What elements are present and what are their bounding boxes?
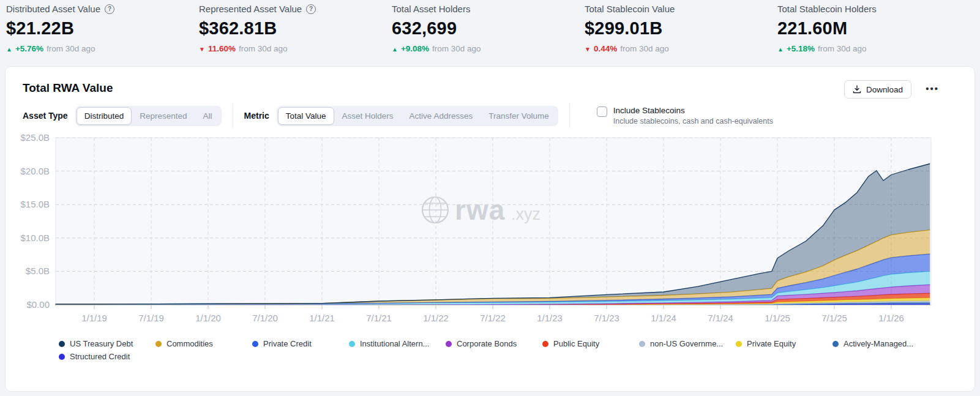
svg-text:7/1/19: 7/1/19 [138,313,164,323]
svg-text:1/1/22: 1/1/22 [423,313,449,323]
legend-color-dot [252,341,258,347]
delta-suffix: from 30d ago [818,44,867,53]
legend-label: Commodities [166,339,213,348]
delta-percent: 11.60% [208,44,236,53]
segmented-option-asset-holders[interactable]: Asset Holders [334,107,402,125]
legend-color-dot [59,354,65,360]
divider [569,103,570,128]
legend-item[interactable]: Commodities [155,338,252,349]
legend-label: non-US Governme... [650,339,723,348]
svg-text:$20.0B: $20.0B [20,166,50,176]
divider [233,103,233,128]
legend-item[interactable]: non-US Governme... [639,338,736,349]
svg-text:1/1/19: 1/1/19 [81,313,107,323]
legend-label: Institutional Altern... [360,339,429,348]
svg-text:7/1/20: 7/1/20 [252,313,278,323]
help-icon[interactable]: ? [105,4,114,14]
svg-text:1/1/26: 1/1/26 [878,313,904,323]
delta-arrow-icon: ▼ [585,46,591,53]
watermark-suffix: .xyz [511,205,540,223]
svg-text:1/1/21: 1/1/21 [309,313,335,323]
download-button[interactable]: Download [844,80,911,99]
delta-arrow-icon: ▲ [6,46,12,53]
delta-arrow-icon: ▲ [777,46,784,53]
delta-arrow-icon: ▲ [392,46,398,53]
stat-label: Total Stablecoin Holders [777,4,877,14]
svg-text:1/1/24: 1/1/24 [651,313,676,323]
stat-total-stablecoin-value: Total Stablecoin Value $299.01B ▼ 0.44% … [585,4,777,53]
legend-color-dot [542,341,548,347]
chart-controls: Asset Type DistributedRepresentedAll Met… [23,103,773,128]
legend-item[interactable]: Corporate Bonds [446,338,542,349]
segmented-option-total-value[interactable]: Total Value [278,107,334,125]
legend-label: Corporate Bonds [457,339,517,348]
stat-value: $362.81B [199,18,392,39]
asset-type-label: Asset Type [23,111,68,121]
segmented-option-transfer-volume[interactable]: Transfer Volume [481,107,557,125]
legend-label: Private Credit [263,339,312,348]
chart-legend: US Treasury DebtCommoditiesPrivate Credi… [59,338,929,362]
legend-item[interactable]: Actively-Managed... [832,338,929,349]
segmented-option-represented[interactable]: Represented [132,107,195,125]
legend-item[interactable]: US Treasury Debt [59,338,155,349]
svg-text:$10.0B: $10.0B [20,233,50,243]
checkbox-sublabel: Include stablecoins, cash and cash-equiv… [613,117,773,125]
delta-suffix: from 30d ago [47,44,95,53]
delta-suffix: from 30d ago [432,44,481,53]
stat-label: Total Asset Holders [392,4,470,14]
rwa-chart[interactable]: $25.0B$20.0B$15.0B$10.0B$5.0B$0.001/1/19… [6,128,976,331]
svg-text:7/1/25: 7/1/25 [821,313,847,323]
stat-label: Represented Asset Value [199,4,302,14]
delta-percent: +9.08% [401,44,429,53]
stat-value: 221.60M [777,18,970,39]
segmented-option-active-addresses[interactable]: Active Addresses [402,107,481,125]
legend-color-dot [736,341,742,347]
legend-item[interactable]: Structured Credit [59,351,155,362]
legend-item[interactable]: Private Equity [736,338,832,349]
download-icon [853,85,861,94]
legend-color-dot [639,341,645,347]
stat-label: Total Stablecoin Value [585,4,675,14]
legend-item[interactable]: Institutional Altern... [349,338,446,349]
overflow-menu-icon[interactable]: ••• [922,80,943,97]
stat-represented-asset-value: Represented Asset Value ? $362.81B ▼ 11.… [199,4,392,53]
svg-text:7/1/22: 7/1/22 [480,313,506,323]
segmented-option-all[interactable]: All [195,107,220,125]
legend-label: Structured Credit [70,352,130,361]
card-title: Total RWA Value [23,81,113,95]
svg-text:1/1/20: 1/1/20 [195,313,221,323]
stat-label: Distributed Asset Value [6,4,100,14]
svg-text:$15.0B: $15.0B [20,199,50,209]
svg-text:$0.00: $0.00 [26,299,50,310]
stat-distributed-asset-value: Distributed Asset Value ? $21.22B ▲ +5.7… [6,4,199,53]
svg-text:1/1/25: 1/1/25 [765,313,790,323]
svg-text:1/1/23: 1/1/23 [537,313,563,323]
svg-text:$5.0B: $5.0B [26,266,50,276]
delta-percent: +5.76% [15,44,43,53]
stat-value: 632,699 [392,18,585,39]
include-stablecoins-control: Include Stablecoins Include stablecoins,… [597,106,773,125]
segmented-option-distributed[interactable]: Distributed [77,107,132,125]
download-label: Download [866,85,903,94]
legend-item[interactable]: Public Equity [542,338,639,349]
include-stablecoins-checkbox[interactable] [597,106,607,117]
legend-item[interactable]: Private Credit [252,338,349,349]
asset-type-segmented-control: DistributedRepresentedAll [75,106,222,126]
stat-total-stablecoin-holders: Total Stablecoin Holders 221.60M ▲ +5.18… [777,4,970,53]
legend-label: Public Equity [553,339,599,348]
legend-label: Private Equity [747,339,796,348]
delta-percent: 0.44% [594,44,617,53]
legend-color-dot [349,341,355,347]
delta-suffix: from 30d ago [239,44,288,53]
svg-text:7/1/21: 7/1/21 [366,313,392,323]
legend-color-dot [59,341,65,347]
help-icon[interactable]: ? [306,4,316,14]
legend-label: Actively-Managed... [843,339,913,348]
stat-total-asset-holders: Total Asset Holders 632,699 ▲ +9.08% fro… [392,4,585,53]
delta-suffix: from 30d ago [620,44,669,53]
legend-color-dot [155,341,162,347]
stat-value: $21.22B [6,18,199,39]
total-rwa-value-card: Total RWA Value Download ••• Asset Type … [5,66,975,392]
legend-color-dot [832,341,839,347]
watermark-text: rwa [455,194,505,226]
